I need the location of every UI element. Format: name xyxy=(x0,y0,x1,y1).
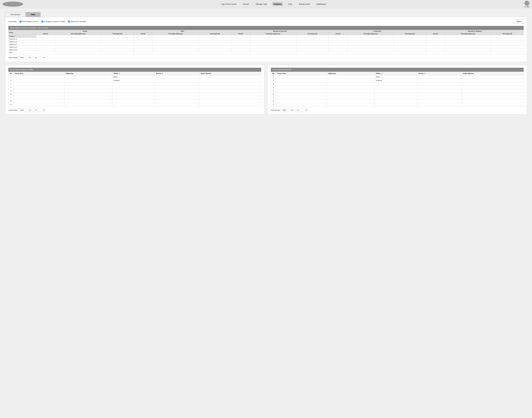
col-selected-deep-dive: Selected for Deep Dive xyxy=(231,30,329,33)
cell-value xyxy=(491,46,524,48)
cell-value xyxy=(445,38,491,40)
cell-value xyxy=(348,48,394,51)
col-idd-pct-adj: Percentage (adjacency) xyxy=(348,33,394,35)
cell-value xyxy=(199,43,231,46)
row-action-reason xyxy=(461,89,523,93)
row-action-reason xyxy=(461,79,523,82)
row-status: Killed xyxy=(112,75,155,79)
nav-funnel[interactable]: Funnel xyxy=(242,2,250,6)
row-no: 4 xyxy=(9,86,14,89)
row-no: 5 xyxy=(271,89,276,93)
tab-visualization[interactable]: Visualization xyxy=(5,12,25,17)
focus-deep-table: No. Focus Area Adjacency Status ⇅ Scores… xyxy=(271,72,524,106)
nav-top-of-funnel[interactable]: Top of the Funnel xyxy=(220,2,237,6)
fq-col-scores[interactable]: Scores ⇅ xyxy=(155,72,199,75)
checkbox-queue-killed-label: Concepts in Queue or Killed xyxy=(44,21,65,23)
fq-col-focus-area: Focus Area xyxy=(14,72,64,75)
cell-value xyxy=(329,48,348,51)
col-action: Action xyxy=(9,30,36,35)
cell-value xyxy=(133,43,152,46)
row-scores xyxy=(417,100,461,103)
cell-value xyxy=(36,40,55,43)
row-status xyxy=(375,82,417,86)
cell-value xyxy=(329,46,348,48)
fd-to-select[interactable]: to xyxy=(296,108,307,112)
row-no: 1 xyxy=(271,75,276,79)
cell-value xyxy=(199,38,231,40)
fq-time-period: Time Period from | to xyxy=(8,108,261,112)
cell-value xyxy=(36,46,55,48)
checkbox-percentage-amount[interactable]: Percentage & Amount xyxy=(20,21,38,23)
row-no: 9 xyxy=(271,103,276,106)
checkbox-queue-killed-input[interactable] xyxy=(42,21,43,23)
row-status xyxy=(112,96,155,100)
nav-activity-feed[interactable]: Activity Feed xyxy=(298,2,311,6)
focus-queue-header: Focus Areas in Queue or Killed xyxy=(8,68,261,72)
cell-value xyxy=(250,48,296,51)
row-status xyxy=(375,93,417,96)
tab-table[interactable]: Table xyxy=(25,12,40,17)
row-no: 8 xyxy=(9,100,14,103)
col-sdd-pct-adj: Percentage (adjacency) xyxy=(250,33,296,35)
row-scores xyxy=(417,82,461,86)
nav-notification[interactable]: Notification xyxy=(315,2,327,6)
table-row: Adjacency A xyxy=(9,38,524,40)
row-no: 1 xyxy=(9,75,14,79)
row-adjacency xyxy=(327,86,375,89)
fd-col-status[interactable]: Status ⇅ xyxy=(375,72,417,75)
user-profile[interactable]: Hi, Mike xyxy=(524,1,530,7)
row-action-reason xyxy=(199,75,261,79)
main-content: Visualization Table Show table Percentag… xyxy=(0,8,532,118)
row-scores xyxy=(155,89,199,93)
top-to-select[interactable]: to xyxy=(34,56,45,59)
cell-value xyxy=(250,46,296,48)
nav-analysis[interactable]: Analysis xyxy=(273,2,283,6)
row-scores xyxy=(417,96,461,100)
cell-value xyxy=(133,46,152,48)
table-row: 5 xyxy=(9,89,261,93)
cell-value xyxy=(231,38,250,40)
cell-value xyxy=(55,38,101,40)
fq-col-action-reason: Action Reason xyxy=(199,72,261,75)
nav-faq[interactable]: FAQ xyxy=(287,2,293,6)
fd-time-sep: | xyxy=(294,109,295,111)
row-action-reason xyxy=(199,89,261,93)
fq-time-sep: | xyxy=(31,109,33,111)
fd-from-select[interactable]: from xyxy=(281,108,293,112)
fq-to-select[interactable]: to xyxy=(34,108,45,112)
fq-col-adjacency: Adjacency xyxy=(64,72,112,75)
row-status xyxy=(112,82,155,86)
cell-value xyxy=(55,46,101,48)
cell-value xyxy=(231,40,250,43)
row-status: In queue xyxy=(112,79,155,82)
cell-value xyxy=(296,43,329,46)
cell-value xyxy=(152,46,199,48)
checkbox-percentage-amount-input[interactable] xyxy=(20,21,21,23)
cell-value xyxy=(394,48,426,51)
export-button[interactable]: Export xyxy=(514,20,524,23)
top-from-select[interactable]: from xyxy=(19,56,30,59)
table-row: 3 xyxy=(271,82,524,86)
fq-col-status[interactable]: Status ⇅ xyxy=(112,72,155,75)
fd-col-scores[interactable]: Scores ⇅ xyxy=(417,72,461,75)
row-action-reason xyxy=(461,96,523,100)
top-time-select: from | to xyxy=(19,56,45,59)
table-row: 9 xyxy=(271,103,524,106)
col-sv-pct-all: Percentage (all) xyxy=(491,33,524,35)
row-scores xyxy=(155,93,199,96)
row-adjacency xyxy=(327,75,375,79)
row-action-reason xyxy=(461,75,523,79)
row-scores xyxy=(417,93,461,96)
checkbox-deep-dive[interactable]: Deep Dive Concepts xyxy=(68,21,86,23)
top-time-period-label: Time Period xyxy=(8,57,17,58)
cell-value xyxy=(348,40,394,43)
nav-salvage-yard[interactable]: Salvage Yard xyxy=(254,2,268,6)
row-scores xyxy=(155,96,199,100)
checkbox-queue-killed[interactable]: Concepts in Queue or Killed xyxy=(42,21,65,23)
row-scores xyxy=(155,86,199,89)
checkbox-deep-dive-input[interactable] xyxy=(68,21,70,23)
row-adjacency xyxy=(327,103,375,106)
fq-from-select[interactable]: from xyxy=(19,108,30,112)
row-focus-area xyxy=(276,96,327,100)
fd-time-select: from | to xyxy=(281,108,307,112)
